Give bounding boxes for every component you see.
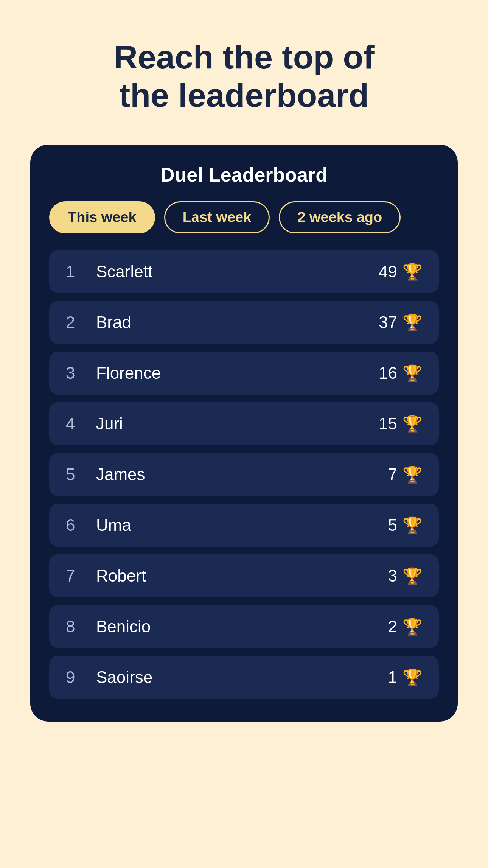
table-row: 7 Robert 3 🏆 (49, 554, 439, 597)
tab-bar: This week Last week 2 weeks ago (49, 201, 439, 233)
rank-number: 9 (66, 668, 81, 687)
row-left: 3 Florence (66, 364, 161, 383)
tab-two-weeks-ago[interactable]: 2 weeks ago (279, 201, 401, 233)
trophy-icon: 🏆 (403, 567, 422, 585)
player-name: Scarlett (96, 262, 152, 281)
row-left: 5 James (66, 465, 145, 484)
row-left: 1 Scarlett (66, 262, 152, 281)
row-right: 3 🏆 (388, 566, 422, 585)
trophy-icon: 🏆 (403, 516, 422, 535)
rank-number: 6 (66, 516, 81, 535)
table-row: 1 Scarlett 49 🏆 (49, 250, 439, 293)
row-right: 37 🏆 (379, 313, 422, 332)
player-score: 15 (379, 414, 397, 433)
table-row: 2 Brad 37 🏆 (49, 301, 439, 344)
player-name: James (96, 465, 145, 484)
row-left: 4 Juri (66, 414, 123, 433)
tab-last-week[interactable]: Last week (164, 201, 270, 233)
player-score: 16 (379, 364, 397, 383)
table-row: 5 James 7 🏆 (49, 453, 439, 496)
row-left: 8 Benicio (66, 617, 151, 636)
row-left: 9 Saoirse (66, 668, 152, 687)
rank-number: 1 (66, 262, 81, 281)
player-name: Robert (96, 566, 146, 585)
row-right: 15 🏆 (379, 414, 422, 433)
player-name: Saoirse (96, 668, 152, 687)
rank-number: 2 (66, 313, 81, 332)
row-right: 2 🏆 (388, 617, 422, 636)
table-row: 8 Benicio 2 🏆 (49, 605, 439, 648)
trophy-icon: 🏆 (403, 618, 422, 636)
row-left: 6 Uma (66, 516, 131, 535)
player-score: 37 (379, 313, 397, 332)
row-right: 7 🏆 (388, 465, 422, 484)
trophy-icon: 🏆 (403, 668, 422, 687)
rank-number: 4 (66, 414, 81, 433)
trophy-icon: 🏆 (403, 415, 422, 433)
trophy-icon: 🏆 (403, 263, 422, 281)
player-score: 3 (388, 566, 397, 585)
row-right: 1 🏆 (388, 668, 422, 687)
table-row: 9 Saoirse 1 🏆 (49, 656, 439, 699)
player-score: 2 (388, 617, 397, 636)
row-right: 49 🏆 (379, 262, 422, 281)
player-name: Uma (96, 516, 131, 535)
tab-this-week[interactable]: This week (49, 201, 155, 233)
player-score: 7 (388, 465, 397, 484)
rank-number: 5 (66, 465, 81, 484)
player-name: Benicio (96, 617, 151, 636)
leaderboard-card: Duel Leaderboard This week Last week 2 w… (30, 145, 458, 722)
table-row: 4 Juri 15 🏆 (49, 402, 439, 445)
player-score: 49 (379, 262, 397, 281)
rank-number: 8 (66, 617, 81, 636)
row-left: 7 Robert (66, 566, 146, 585)
player-name: Brad (96, 313, 131, 332)
page-title: Reach the top of the leaderboard (96, 38, 392, 114)
leaderboard-list: 1 Scarlett 49 🏆 2 Brad 37 🏆 3 Florence (49, 250, 439, 699)
trophy-icon: 🏆 (403, 364, 422, 383)
player-score: 5 (388, 516, 397, 535)
rank-number: 7 (66, 566, 81, 585)
player-name: Juri (96, 414, 123, 433)
player-name: Florence (96, 364, 161, 383)
player-score: 1 (388, 668, 397, 687)
table-row: 6 Uma 5 🏆 (49, 504, 439, 547)
table-row: 3 Florence 16 🏆 (49, 352, 439, 395)
card-title: Duel Leaderboard (49, 163, 439, 186)
row-left: 2 Brad (66, 313, 131, 332)
row-right: 16 🏆 (379, 364, 422, 383)
rank-number: 3 (66, 364, 81, 383)
trophy-icon: 🏆 (403, 313, 422, 332)
row-right: 5 🏆 (388, 516, 422, 535)
trophy-icon: 🏆 (403, 465, 422, 484)
